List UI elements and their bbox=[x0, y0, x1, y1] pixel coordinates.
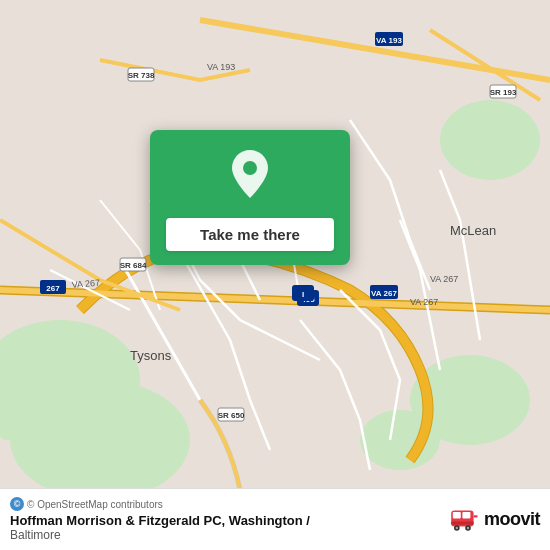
map-background: VA 267 VA 267 VA 267 VA 193 495 I 267 VA… bbox=[0, 0, 550, 550]
svg-text:SR 193: SR 193 bbox=[490, 88, 517, 97]
take-me-there-button[interactable]: Take me there bbox=[166, 218, 334, 251]
moovit-logo: moovit bbox=[448, 504, 540, 536]
svg-point-31 bbox=[243, 161, 257, 175]
bottom-bar: © © OpenStreetMap contributors Hoffman M… bbox=[0, 488, 550, 550]
svg-point-1 bbox=[440, 100, 540, 180]
location-card: Take me there bbox=[150, 130, 350, 265]
osm-logo: © bbox=[10, 497, 24, 511]
svg-rect-33 bbox=[453, 512, 461, 518]
svg-text:SR 684: SR 684 bbox=[120, 261, 147, 270]
svg-text:I: I bbox=[302, 290, 304, 299]
svg-text:VA 193: VA 193 bbox=[207, 62, 235, 72]
svg-point-37 bbox=[456, 526, 458, 528]
location-title: Hoffman Morrison & Fitzgerald PC, Washin… bbox=[10, 513, 310, 528]
osm-credit: © © OpenStreetMap contributors bbox=[10, 497, 310, 511]
svg-point-4 bbox=[10, 380, 190, 500]
svg-text:VA 193: VA 193 bbox=[376, 36, 402, 45]
svg-text:Tysons: Tysons bbox=[130, 348, 172, 363]
svg-text:SR 738: SR 738 bbox=[128, 71, 155, 80]
svg-text:267: 267 bbox=[46, 284, 60, 293]
svg-rect-35 bbox=[451, 521, 473, 524]
svg-rect-40 bbox=[474, 515, 478, 517]
svg-text:VA 267: VA 267 bbox=[410, 297, 438, 307]
svg-point-39 bbox=[467, 526, 469, 528]
svg-rect-34 bbox=[462, 512, 470, 518]
map-container: VA 267 VA 267 VA 267 VA 193 495 I 267 VA… bbox=[0, 0, 550, 550]
svg-text:SR 650: SR 650 bbox=[218, 411, 245, 420]
moovit-text: moovit bbox=[484, 509, 540, 530]
svg-text:VA 267: VA 267 bbox=[371, 289, 397, 298]
moovit-bus-icon bbox=[448, 504, 480, 536]
location-subtitle: Baltimore bbox=[10, 528, 310, 542]
svg-text:McLean: McLean bbox=[450, 223, 496, 238]
osm-credit-text: © OpenStreetMap contributors bbox=[27, 499, 163, 510]
svg-text:VA 267: VA 267 bbox=[430, 274, 458, 284]
bottom-left-info: © © OpenStreetMap contributors Hoffman M… bbox=[10, 497, 310, 542]
pin-icon bbox=[228, 148, 272, 204]
